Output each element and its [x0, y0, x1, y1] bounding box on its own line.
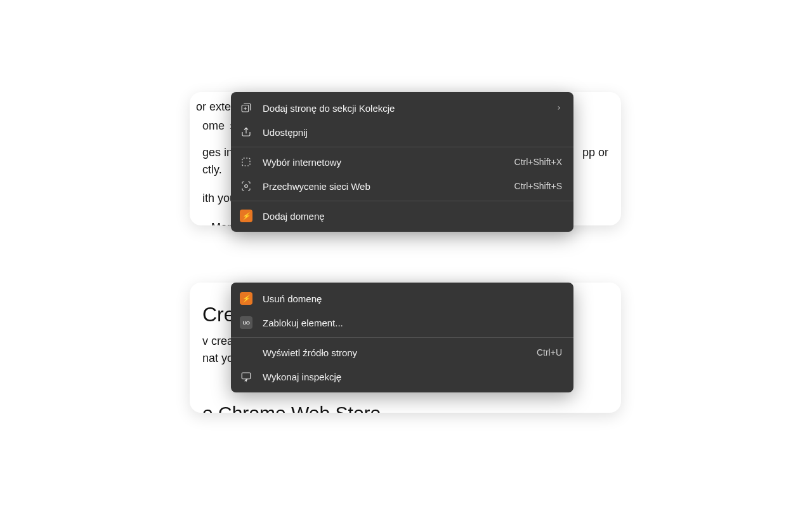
menu-separator — [231, 147, 573, 147]
menu-shortcut: Ctrl+Shift+X — [514, 157, 562, 167]
bg-text-fragment-right: pp or — [582, 144, 608, 161]
inspect-icon — [240, 370, 252, 383]
breadcrumb-seg-left: ome — [202, 119, 225, 133]
menu-label: Przechwycenie sieci Web — [263, 181, 504, 192]
menu-item-add-to-collections[interactable]: Dodaj stronę do sekcji Kolekcje — [231, 96, 573, 120]
menu-item-web-select[interactable]: Wybór internetowy Ctrl+Shift+X — [231, 150, 573, 174]
extension-orange-icon: ⚡ — [240, 292, 252, 305]
blank-icon — [240, 346, 252, 359]
menu-label: Udostępnij — [263, 127, 562, 138]
menu-label: Wyświetl źródło strony — [263, 347, 527, 358]
menu-shortcut: Ctrl+U — [537, 347, 562, 358]
svg-rect-3 — [242, 373, 251, 379]
chevron-right-icon — [556, 105, 562, 111]
web-capture-icon — [240, 180, 252, 192]
bg-footer-heading: e Chrome Web Store — [202, 403, 608, 413]
svg-rect-1 — [242, 158, 250, 166]
share-icon — [240, 126, 252, 138]
menu-separator — [231, 201, 573, 201]
menu-item-block-element[interactable]: UO Zablokuj element... — [231, 311, 573, 335]
menu-label: Wybór internetowy — [263, 157, 504, 168]
menu-item-inspect[interactable]: Wykonaj inspekcję — [231, 364, 573, 389]
web-select-icon — [240, 156, 252, 168]
menu-label: Usuń domenę — [263, 293, 562, 304]
menu-item-view-source[interactable]: Wyświetl źródło strony Ctrl+U — [231, 340, 573, 364]
menu-label: Zablokuj element... — [263, 318, 562, 328]
menu-item-share[interactable]: Udostępnij — [231, 120, 573, 144]
collections-add-icon — [240, 102, 252, 114]
svg-point-2 — [245, 185, 248, 188]
ublock-icon: UO — [240, 316, 252, 329]
menu-item-remove-domain[interactable]: ⚡ Usuń domenę — [231, 286, 573, 311]
menu-item-add-domain[interactable]: ⚡ Dodaj domenę — [231, 204, 573, 228]
menu-shortcut: Ctrl+Shift+S — [514, 181, 562, 191]
menu-separator — [231, 337, 573, 338]
chevron-right-icon: › — [202, 221, 206, 225]
menu-label: Dodaj stronę do sekcji Kolekcje — [263, 103, 546, 114]
menu-item-web-capture[interactable]: Przechwycenie sieci Web Ctrl+Shift+S — [231, 174, 573, 198]
extension-orange-icon: ⚡ — [240, 210, 252, 222]
menu-label: Wykonaj inspekcję — [263, 371, 562, 382]
context-menu-top: Dodaj stronę do sekcji Kolekcje Udostępn… — [231, 92, 573, 232]
context-menu-bottom: ⚡ Usuń domenę UO Zablokuj element... Wyś… — [231, 283, 573, 392]
menu-label: Dodaj domenę — [263, 211, 562, 222]
